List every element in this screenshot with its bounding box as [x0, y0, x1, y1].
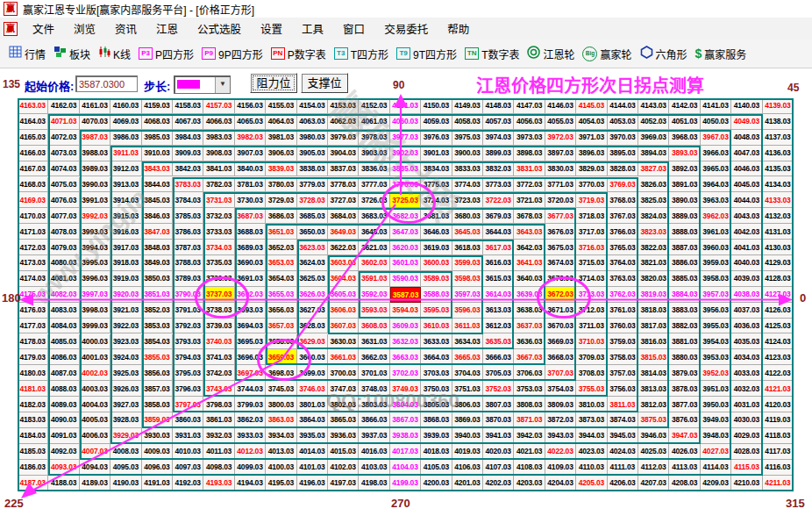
toolbar-button-K线[interactable]: K线 — [98, 46, 131, 61]
price-cell: 3650.03 — [297, 224, 328, 240]
menu-item-5[interactable]: 公式选股 — [188, 24, 251, 36]
angle-label-90: 90 — [393, 79, 404, 91]
price-cell: 4158.03 — [173, 98, 203, 114]
price-cell: 3804.03 — [390, 397, 421, 412]
price-cell: 4138.03 — [763, 114, 794, 130]
price-cell: 3826.03 — [638, 177, 669, 193]
price-cell: 4027.03 — [701, 444, 731, 460]
price-cell: 3717.03 — [576, 224, 607, 240]
price-cell: 3909.03 — [173, 146, 203, 161]
menu-item-3[interactable]: 资讯 — [105, 24, 146, 36]
price-cell: 3657.03 — [266, 319, 296, 334]
toolbar-button-P数字表[interactable]: PNP数字表 — [271, 47, 326, 61]
price-cell: 3679.03 — [483, 208, 514, 224]
toolbar-button-江恩轮[interactable]: 江恩轮 — [527, 46, 574, 62]
kline-icon — [98, 46, 110, 61]
menu-item-7[interactable]: 工具 — [292, 24, 333, 36]
price-cell: 4148.03 — [483, 98, 514, 114]
price-cell: 4042.03 — [731, 224, 762, 240]
price-cell: 3873.03 — [576, 412, 607, 428]
resistance-button[interactable]: 阻力位 — [250, 73, 297, 93]
price-cell: 3606.03 — [328, 303, 359, 319]
toolbar-label: T数字表 — [481, 47, 519, 61]
menu-item-4[interactable]: 江恩 — [146, 24, 188, 36]
price-cell: 4113.03 — [669, 460, 700, 476]
price-cell: 4205.03 — [576, 476, 607, 491]
price-cell: 3786.03 — [173, 224, 203, 240]
price-cell: 4126.03 — [763, 303, 794, 319]
pivot-price-cell: 3672.03 — [545, 287, 576, 303]
price-cell: 4156.03 — [235, 98, 266, 114]
price-cell: 3780.03 — [266, 177, 296, 193]
price-cell: 4095.03 — [110, 460, 141, 476]
price-cell: 3960.03 — [701, 240, 731, 255]
toolbar-button-9T四方形[interactable]: T99T四方形 — [396, 47, 457, 61]
start-price-label: 起始价格: — [25, 77, 74, 94]
price-cell: 3589.03 — [421, 271, 452, 287]
support-button[interactable]: 支撑位 — [301, 73, 348, 93]
price-cell: 3941.03 — [483, 428, 514, 444]
toolbar-button-P四方形[interactable]: P3P四方形 — [139, 47, 194, 61]
toolbar-button-赢家轮[interactable]: Big赢家轮 — [582, 47, 631, 61]
price-cell: 3842.03 — [173, 161, 203, 177]
price-cell: 3964.03 — [701, 177, 731, 193]
price-cell: 3632.03 — [390, 334, 421, 350]
price-cell: 4144.03 — [608, 98, 638, 114]
price-cell: 3846.03 — [142, 208, 173, 224]
price-cell: 4129.03 — [763, 255, 794, 271]
price-cell: 4071.03 — [48, 114, 79, 130]
price-cell: 3673.03 — [545, 271, 576, 287]
menu-item-10[interactable]: 帮助 — [438, 24, 479, 36]
toolbar-button-行情[interactable]: 行情 — [9, 46, 46, 61]
price-cell: 4211.03 — [763, 476, 794, 491]
price-cell: 3742.03 — [203, 365, 234, 381]
price-cell: 3706.03 — [514, 365, 545, 381]
price-cell: 4199.03 — [390, 476, 421, 491]
toolbar-button-T数字表[interactable]: TNT数字表 — [465, 47, 519, 61]
price-cell: 4030.03 — [731, 412, 762, 428]
price-cell: 3655.03 — [266, 287, 296, 303]
price-cell: 3808.03 — [514, 397, 545, 412]
price-cell: 3686.03 — [266, 208, 296, 224]
price-cell: 3915.03 — [110, 208, 141, 224]
price-cell: 3677.03 — [545, 208, 576, 224]
menu-item-6[interactable]: 设置 — [251, 24, 292, 36]
price-cell: 3864.03 — [297, 412, 328, 428]
price-cell: 4133.03 — [763, 192, 794, 208]
price-cell: 4135.03 — [763, 161, 794, 177]
menu-item-8[interactable]: 窗口 — [333, 24, 374, 36]
price-cell: 3872.03 — [545, 412, 576, 428]
price-cell: 4092.03 — [48, 444, 79, 460]
chevron-down-icon[interactable]: ▼ — [215, 77, 230, 93]
price-cell: 3934.03 — [266, 428, 296, 444]
price-cell: 3733.03 — [203, 224, 234, 240]
toolbar-button-9P四方形[interactable]: P99P四方形 — [202, 47, 263, 61]
toolbar-button-T四方形[interactable]: T3T四方形 — [334, 47, 388, 61]
toolbar-button-六角形[interactable]: 六角形 — [640, 46, 687, 62]
price-cell: 3662.03 — [359, 349, 389, 365]
price-cell: 3858.03 — [142, 397, 173, 412]
price-cell: 3887.03 — [669, 240, 700, 255]
price-cell: 4143.03 — [638, 98, 669, 114]
price-cell: 4045.03 — [731, 177, 762, 193]
menu-items: 文件浏览资讯江恩公式选股设置工具窗口交易委托帮助 — [23, 20, 479, 37]
price-cell: 3830.03 — [545, 161, 576, 177]
price-cell: 3854.03 — [142, 334, 173, 350]
toolbar-button-赢家服务[interactable]: $赢家服务 — [695, 47, 747, 61]
price-cell: 3957.03 — [701, 287, 731, 303]
price-cell: 3969.03 — [638, 130, 669, 146]
price-cell: 3923.03 — [110, 334, 141, 350]
toolbar-button-板块[interactable]: 板块 — [53, 46, 90, 61]
price-cell: 3732.03 — [203, 208, 234, 224]
menu-item-1[interactable]: 文件 — [23, 24, 64, 36]
start-price-input[interactable] — [75, 75, 138, 92]
price-cell: 4172.03 — [18, 240, 48, 255]
price-cell: 3865.03 — [328, 412, 359, 428]
price-cell: 3610.03 — [421, 319, 452, 334]
menu-item-9[interactable]: 交易委托 — [374, 24, 438, 36]
step-color-combobox[interactable]: ▼ — [174, 75, 231, 94]
menu-item-2[interactable]: 浏览 — [64, 24, 105, 36]
price-cell: 3630.03 — [328, 334, 359, 350]
price-cell: 3715.03 — [576, 255, 607, 271]
price-cell: 4102.03 — [328, 460, 359, 476]
